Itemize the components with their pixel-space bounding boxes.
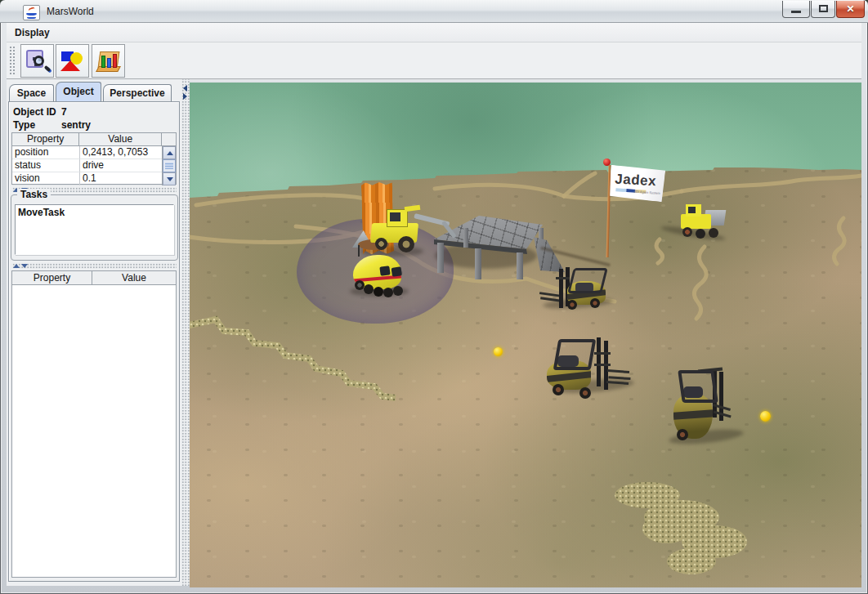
rover-wheels	[355, 280, 365, 290]
ore-nugget[interactable]	[760, 411, 771, 422]
java-cup-glyph	[26, 12, 37, 16]
table-row[interactable]: status drive	[12, 159, 176, 172]
blue-bar-glyph	[107, 58, 111, 68]
minimize-button[interactable]	[782, 1, 810, 18]
cell-property: status	[12, 159, 80, 172]
forklift-wheel	[567, 300, 577, 310]
stripe	[615, 188, 626, 192]
gravel-trail	[190, 319, 396, 398]
close-icon: ✕	[837, 1, 864, 17]
platform-leg	[437, 243, 444, 273]
task-property-table: Property Value	[11, 270, 177, 578]
forklift-wheel	[579, 387, 591, 399]
forklift-band	[547, 371, 591, 383]
truck-wheels	[682, 227, 692, 237]
list-item-movetask[interactable]: MoveTask	[18, 207, 65, 218]
tab-perspective[interactable]: Perspective	[103, 84, 172, 101]
tasks-list[interactable]: MoveTask	[15, 204, 174, 255]
cell-value: 0.1	[80, 172, 163, 185]
split-divider-bottom[interactable]	[11, 263, 177, 269]
column-header-value[interactable]: Value	[92, 271, 176, 285]
3d-viewport[interactable]: Jadex BDI Agent System	[190, 79, 861, 586]
app-window: MarsWorld ✕ Display	[0, 0, 868, 594]
toolbar-inspect-button[interactable]	[20, 44, 54, 78]
cell-property: vision	[12, 172, 80, 185]
table-scrollbar[interactable]	[162, 146, 176, 185]
forklift-guard-frame	[567, 268, 608, 293]
menu-bar: Display	[7, 23, 861, 42]
mast-crossbar	[594, 352, 611, 355]
close-button[interactable]: ✕	[836, 1, 865, 18]
tab-object[interactable]: Object	[56, 82, 101, 101]
red-bar-glyph	[113, 54, 117, 68]
truck-cab	[686, 204, 701, 217]
forklift-guard-frame	[553, 339, 597, 370]
task-table-header: Property Value	[12, 271, 176, 284]
forklift-mast	[597, 337, 601, 386]
terrain	[190, 83, 861, 587]
platform-leg	[475, 248, 481, 279]
toolbar-shapes-button[interactable]	[56, 44, 89, 78]
green-bar-glyph	[101, 56, 105, 68]
forklift-wheel	[677, 429, 688, 440]
forklift-wheel	[590, 298, 600, 308]
bar-chart-icon	[96, 48, 122, 74]
gravel-patch	[615, 482, 747, 574]
magnifier-lens	[34, 56, 44, 66]
toolbar-drag-handle[interactable]	[9, 46, 16, 76]
title-bar[interactable]: MarsWorld ✕	[0, 0, 868, 23]
table-row[interactable]: vision 0.1	[12, 172, 176, 185]
cell-value: drive	[80, 159, 163, 172]
collapse-left-icon[interactable]	[183, 85, 187, 92]
terrain-paths	[190, 83, 861, 587]
sidebar: Space Object Perspective Object ID 7 Typ…	[7, 79, 181, 586]
flag-top-ball	[603, 159, 611, 166]
excavator-wheel	[398, 236, 414, 252]
object-panel: Object ID 7 Type sentry Property Value p…	[8, 101, 180, 582]
object-id-value: 7	[61, 106, 67, 118]
cell-value: 0,2413, 0,7053	[80, 146, 163, 159]
toolbar	[7, 42, 861, 79]
scroll-up-button[interactable]	[163, 146, 176, 159]
flag-logo-subtext: BDI Agent System	[633, 190, 660, 195]
truck-window	[688, 207, 696, 213]
collapse-down-icon[interactable]	[21, 264, 28, 268]
tasks-title: Tasks	[17, 189, 51, 200]
object-id-label: Object ID	[13, 106, 56, 118]
forklift-mast	[559, 269, 563, 308]
maximize-icon	[819, 5, 828, 12]
forklift-guard-frame	[678, 370, 718, 403]
tasks-group: Tasks MoveTask	[11, 194, 178, 261]
scrollbar-thumb[interactable]	[163, 159, 176, 172]
scroll-down-button[interactable]	[163, 172, 176, 185]
menu-item-display[interactable]: Display	[11, 26, 53, 39]
arrow-down-icon	[167, 177, 173, 181]
column-header-property[interactable]: Property	[12, 271, 92, 285]
tab-space[interactable]: Space	[9, 84, 54, 101]
rover-antenna	[358, 245, 360, 257]
java-app-icon	[23, 5, 40, 20]
collapse-right-icon[interactable]	[183, 93, 187, 100]
platform-leg	[517, 252, 523, 279]
table-row[interactable]: position 0,2413, 0,7053	[12, 146, 176, 159]
sidebar-splitter[interactable]	[181, 79, 190, 586]
ore-nugget[interactable]	[494, 347, 503, 356]
column-header-property[interactable]: Property	[12, 133, 79, 146]
excavator-wheel	[375, 238, 387, 250]
object-type-label: Type	[13, 119, 35, 131]
rover-windows	[379, 266, 390, 276]
column-header-value[interactable]: Value	[79, 133, 162, 146]
minimize-icon	[791, 11, 801, 13]
mars-scene[interactable]: Jadex BDI Agent System	[190, 83, 861, 587]
collapse-up-icon[interactable]	[13, 264, 20, 268]
arrow-up-icon	[167, 151, 173, 155]
jadex-flag[interactable]: Jadex BDI Agent System	[609, 165, 666, 203]
mast-crossbar	[556, 277, 570, 279]
red-triangle-glyph	[60, 60, 80, 71]
toolbar-charts-button[interactable]	[92, 44, 125, 78]
forklift-wheel	[553, 384, 564, 395]
maximize-button[interactable]	[811, 1, 835, 18]
java-saucer-glyph	[27, 16, 36, 19]
property-table: Property Value position 0,2413, 0,7053 s…	[11, 132, 177, 185]
window-title: MarsWorld	[47, 6, 94, 17]
